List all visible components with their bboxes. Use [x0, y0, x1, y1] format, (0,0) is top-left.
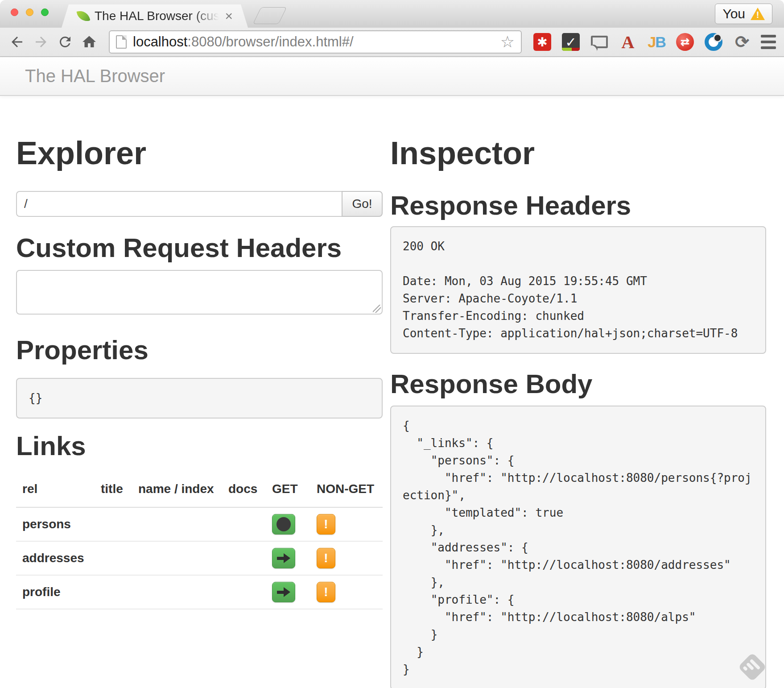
window-close-button[interactable]	[11, 8, 18, 16]
lastpass-extension-icon[interactable]: ✱	[533, 33, 551, 51]
link-rel: persons	[16, 507, 95, 541]
refresh-gray-extension-icon[interactable]: ⟳	[733, 33, 751, 51]
custom-headers-textarea[interactable]	[16, 270, 383, 315]
link-docs	[222, 541, 266, 575]
link-title	[95, 541, 132, 575]
exclamation-icon	[324, 551, 328, 565]
extension-icons: ✱ ✓ A JB ⇄ ⟳	[533, 33, 751, 51]
inspector-title: Inspector	[390, 135, 766, 171]
link-name-index	[132, 507, 222, 541]
link-rel: addresses	[16, 541, 95, 575]
new-tab-button[interactable]	[253, 7, 287, 24]
reload-button[interactable]	[56, 33, 74, 51]
window-minimize-button[interactable]	[26, 8, 33, 16]
explorer-title: Explorer	[16, 135, 383, 171]
window-controls	[11, 8, 49, 16]
get-button[interactable]	[272, 582, 295, 602]
window-zoom-button[interactable]	[41, 8, 49, 16]
custom-request-headers-title: Custom Request Headers	[16, 232, 383, 264]
link-title	[95, 507, 132, 541]
textarea-resize-grip-icon[interactable]	[373, 305, 381, 313]
link-name-index	[132, 541, 222, 575]
non-get-button[interactable]	[317, 514, 335, 535]
response-headers-value: 200 OK Date: Mon, 03 Aug 2015 19:55:45 G…	[390, 226, 766, 354]
forward-button[interactable]	[32, 33, 50, 51]
response-headers-title: Response Headers	[390, 190, 766, 222]
jetbrains-extension-icon[interactable]: JB	[648, 33, 665, 51]
arrow-icon	[277, 587, 290, 597]
spring-leaf-favicon	[77, 9, 90, 23]
response-body-value: { "_links": { "persons": { "href": "http…	[390, 406, 766, 688]
site-navbar: The HAL Browser	[0, 57, 784, 96]
explorer-column: Explorer Go! Custom Request Headers Prop…	[16, 96, 383, 688]
page-icon	[116, 35, 127, 49]
chrome-menu-icon[interactable]	[761, 35, 776, 49]
get-button[interactable]	[272, 548, 295, 568]
a-extension-icon[interactable]: A	[619, 33, 637, 51]
checkmark-extension-icon[interactable]: ✓	[562, 33, 580, 51]
url-text[interactable]: localhost:8080/browser/index.html#/	[133, 34, 496, 50]
explorer-address-row: Go!	[16, 191, 383, 217]
go-button[interactable]: Go!	[342, 191, 383, 217]
table-row: addresses	[16, 541, 383, 575]
tab-strip: The HAL Browser (customiz × You	[0, 0, 784, 28]
table-row: profile	[16, 575, 383, 609]
home-button[interactable]	[80, 33, 98, 51]
get-button[interactable]	[272, 514, 295, 535]
link-docs	[222, 575, 266, 609]
col-header-docs: docs	[222, 476, 266, 507]
page-content: Explorer Go! Custom Request Headers Prop…	[0, 96, 784, 688]
properties-value: {}	[16, 378, 383, 419]
non-get-button[interactable]	[317, 548, 335, 568]
exclamation-icon	[324, 517, 328, 531]
table-row: persons	[16, 507, 383, 541]
link-rel: profile	[16, 575, 95, 609]
links-table: rel title name / index docs GET NON-GET …	[16, 476, 383, 609]
sync-red-extension-icon[interactable]: ⇄	[676, 33, 694, 51]
profile-button[interactable]: You	[715, 4, 772, 24]
link-title	[95, 575, 132, 609]
col-header-name-index: name / index	[132, 476, 222, 507]
non-get-button[interactable]	[317, 582, 335, 602]
browser-toolbar: localhost:8080/browser/index.html#/ ☆ ✱ …	[0, 28, 784, 57]
link-name-index	[132, 575, 222, 609]
col-header-rel: rel	[16, 476, 95, 507]
question-icon	[276, 517, 291, 531]
site-brand[interactable]: The HAL Browser	[0, 66, 165, 86]
bookmark-star-icon[interactable]: ☆	[500, 33, 515, 51]
browser-tab[interactable]: The HAL Browser (customiz ×	[62, 4, 248, 28]
col-header-title: title	[95, 476, 132, 507]
tab-close-icon[interactable]: ×	[225, 9, 233, 23]
blue-circle-extension-icon[interactable]	[705, 33, 722, 51]
arrow-icon	[277, 553, 290, 563]
address-bar[interactable]: localhost:8080/browser/index.html#/ ☆	[109, 30, 522, 54]
back-button[interactable]	[8, 33, 26, 51]
tab-title: The HAL Browser (customiz	[95, 9, 221, 23]
response-body-title: Response Body	[390, 368, 766, 400]
col-header-nonget: NON-GET	[310, 476, 383, 507]
profile-button-label: You	[722, 6, 745, 21]
link-docs	[222, 507, 266, 541]
col-header-get: GET	[266, 476, 310, 507]
warning-icon	[751, 8, 765, 20]
exclamation-icon	[324, 585, 328, 599]
properties-title: Properties	[16, 334, 383, 366]
inspector-column: Inspector Response Headers 200 OK Date: …	[390, 96, 766, 688]
explorer-path-input[interactable]	[16, 191, 342, 217]
links-title: Links	[16, 430, 383, 462]
chromecast-extension-icon[interactable]	[590, 33, 608, 51]
